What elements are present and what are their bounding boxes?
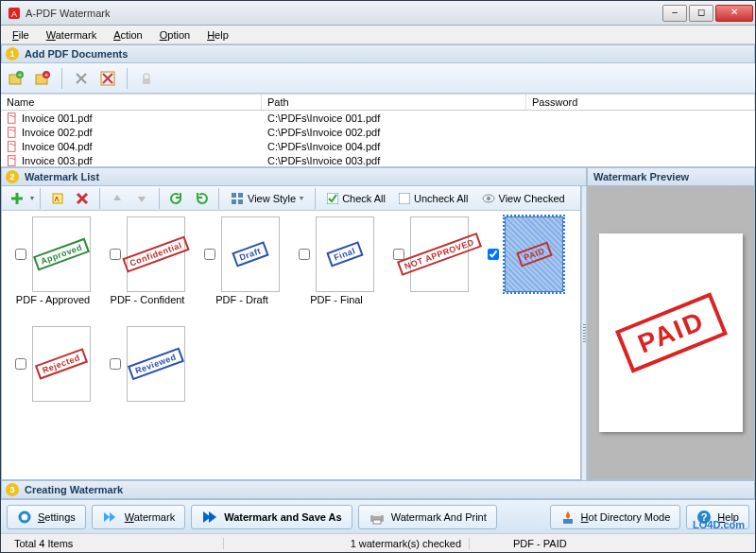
watermark-print-button[interactable]: Watermark And Print	[358, 505, 497, 529]
status-current: PDF - PAID	[470, 538, 749, 549]
watermark-item[interactable]: Rejected	[8, 326, 98, 430]
watermark-checkbox[interactable]	[15, 358, 26, 370]
minimize-button[interactable]: –	[662, 5, 687, 22]
table-row[interactable]: Invoice 004.pdfC:\PDFs\Invoice 004.pdf	[1, 139, 755, 153]
stamp-icon: Confidential	[122, 236, 189, 273]
watermark-item[interactable]: Reviewed	[102, 326, 193, 430]
view-checked-button[interactable]: View Checked	[476, 191, 571, 206]
watermark-item[interactable]: Draft PDF - Draft	[197, 216, 287, 320]
watermark-checkbox[interactable]	[110, 358, 121, 370]
remove-all-button[interactable]	[96, 67, 119, 90]
watermark-grid: Approved PDF - Approved Confidential PDF…	[2, 211, 580, 479]
menu-option[interactable]: Option	[152, 27, 198, 43]
add-watermark-button[interactable]	[6, 187, 28, 210]
section-title-2: Watermark List	[25, 171, 99, 182]
view-style-button[interactable]: View Style▾	[225, 190, 309, 207]
add-folder-button[interactable]: +	[31, 67, 54, 90]
watermark-thumbnail[interactable]: Confidential	[127, 216, 185, 292]
svg-text:+: +	[44, 71, 49, 79]
move-down-button[interactable]	[130, 187, 153, 210]
close-button[interactable]: ✕	[715, 5, 753, 22]
watermark-label: PDF - Approved	[12, 294, 94, 305]
stamp-icon: Draft	[232, 241, 269, 267]
status-checked: 1 watermark(s) checked	[224, 538, 470, 549]
menu-watermark[interactable]: Watermark	[39, 27, 104, 43]
stamp-icon: Approved	[33, 238, 90, 271]
section-watermark-list-header: 2 Watermark List	[1, 167, 587, 186]
remove-button[interactable]	[70, 67, 93, 90]
uncheck-all-button[interactable]: Uncheck All	[393, 191, 473, 206]
doc-path: C:\PDFs\Invoice 004.pdf	[262, 141, 526, 152]
doc-name: Invoice 004.pdf	[22, 141, 93, 152]
stamp-icon: Final	[327, 241, 364, 267]
col-header-password[interactable]: Password	[526, 95, 755, 110]
watermark-checkbox[interactable]	[488, 249, 499, 260]
svg-text:A: A	[11, 9, 17, 19]
watermark-thumbnail[interactable]: Rejected	[32, 326, 91, 402]
pdf-icon	[7, 127, 18, 138]
import-button[interactable]	[165, 187, 188, 210]
preview-body: PAID	[587, 186, 755, 480]
menu-help[interactable]: Help	[199, 27, 236, 43]
lock-button[interactable]	[135, 67, 158, 90]
titlebar: A A-PDF Watermark – ◻ ✕	[1, 1, 755, 26]
menu-action[interactable]: Action	[106, 27, 150, 43]
doc-name: Invoice 001.pdf	[22, 112, 93, 124]
flame-icon	[560, 510, 576, 525]
watermark-item[interactable]: Approved PDF - Approved	[8, 216, 98, 320]
action-bar: Settings Watermark Watermark and Save As…	[1, 499, 755, 533]
unchecked-box-icon	[399, 193, 410, 204]
svg-rect-26	[373, 511, 381, 516]
add-file-button[interactable]: +	[5, 67, 27, 90]
watermark-thumbnail[interactable]: PAID	[505, 216, 563, 292]
check-all-button[interactable]: Check All	[321, 191, 391, 206]
watermark-thumbnail[interactable]: Approved	[32, 216, 91, 292]
col-header-path[interactable]: Path	[262, 95, 526, 110]
stamp-icon: NOT APPROVED	[397, 233, 482, 276]
docs-toolbar: + +	[1, 63, 755, 94]
table-row[interactable]: Invoice 002.pdfC:\PDFs\Invoice 002.pdf	[1, 125, 755, 139]
doc-name: Invoice 002.pdf	[22, 127, 93, 138]
preview-header: Watermark Preview	[587, 167, 755, 186]
table-row[interactable]: Invoice 001.pdfC:\PDFs\Invoice 001.pdf	[1, 111, 755, 125]
preview-stamp: PAID	[615, 292, 728, 372]
move-up-button[interactable]	[106, 187, 129, 210]
pdf-icon	[7, 141, 18, 152]
watermark-thumbnail[interactable]: NOT APPROVED	[410, 216, 469, 292]
svg-rect-11	[9, 127, 16, 137]
watermark-item[interactable]: PAID	[480, 216, 571, 320]
delete-watermark-button[interactable]	[71, 187, 94, 210]
edit-watermark-button[interactable]	[46, 187, 69, 210]
watermark-checkbox[interactable]	[110, 249, 121, 260]
export-button[interactable]	[190, 187, 213, 210]
watermark-save-as-button[interactable]: Watermark and Save As	[191, 505, 352, 529]
svg-rect-12	[9, 141, 16, 151]
col-header-name[interactable]: Name	[1, 95, 262, 110]
svg-rect-15	[232, 193, 236, 198]
watermark-label: PDF - Final	[296, 294, 377, 305]
svg-rect-27	[373, 520, 381, 524]
section-number-3: 3	[6, 483, 19, 496]
watermark-thumbnail[interactable]: Final	[316, 216, 374, 292]
hot-directory-button[interactable]: Hot Directory Mode	[550, 505, 681, 529]
watermark-checkbox[interactable]	[393, 249, 404, 260]
watermark-toolbar: ▾ View Style▾ Check All	[2, 186, 580, 211]
watermark-item[interactable]: Final PDF - Final	[291, 216, 382, 320]
watermark-button[interactable]: Watermark	[92, 505, 185, 529]
printer-icon	[369, 510, 386, 525]
watermark-checkbox[interactable]	[15, 249, 26, 260]
menu-file[interactable]: FFileile	[5, 27, 37, 43]
svg-rect-20	[399, 193, 410, 204]
table-row[interactable]: Invoice 003.pdfC:\PDFs\Invoice 003.pdf	[1, 153, 755, 167]
watermark-thumbnail[interactable]: Reviewed	[127, 326, 185, 402]
watermark-checkbox[interactable]	[204, 249, 215, 260]
forward-icon	[102, 510, 119, 525]
watermark-item[interactable]: Confidential PDF - Confident	[102, 216, 193, 320]
maximize-button[interactable]: ◻	[689, 5, 713, 22]
watermark-thumbnail[interactable]: Draft	[221, 216, 280, 292]
watermark-checkbox[interactable]	[299, 249, 310, 260]
doc-path: C:\PDFs\Invoice 003.pdf	[262, 155, 526, 166]
section-number-2: 2	[6, 170, 19, 183]
watermark-item[interactable]: NOT APPROVED	[386, 216, 476, 320]
settings-button[interactable]: Settings	[7, 505, 86, 529]
